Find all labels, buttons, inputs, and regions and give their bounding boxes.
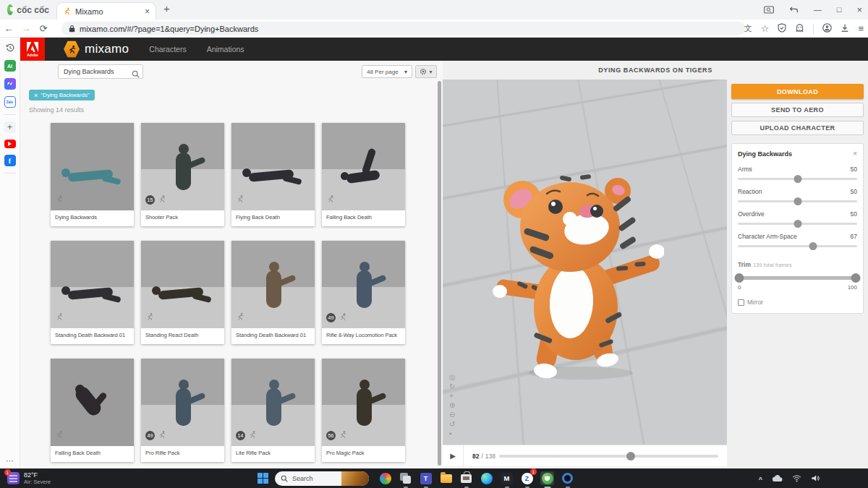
animation-title: Falling Back Death — [322, 210, 405, 226]
youtube-icon[interactable] — [4, 140, 16, 148]
search-filter-chip[interactable]: × "Dying Backwards" — [29, 90, 95, 100]
tray-chevron-icon[interactable]: ^ — [759, 476, 762, 483]
forward-button[interactable]: → — [17, 23, 35, 34]
results-scrollbar[interactable] — [438, 81, 441, 466]
slider-handle[interactable] — [793, 220, 801, 228]
animation-card[interactable]: Flying Back Death — [231, 123, 315, 226]
send-to-aero-button[interactable]: SEND TO AERO — [731, 103, 864, 117]
animation-search-field[interactable] — [58, 64, 143, 79]
adobe-logo[interactable]: Adobe — [20, 38, 45, 61]
animation-card[interactable]: 56 Pro Magic Pack — [322, 359, 405, 462]
animation-card[interactable]: 14 Lite Rifle Pack — [231, 359, 315, 462]
animation-card[interactable]: Falling Back Death — [51, 359, 134, 462]
play-button[interactable]: ▶ — [443, 445, 464, 467]
translate-icon[interactable]: 文 — [744, 23, 752, 34]
taskbar-app-taskview[interactable] — [399, 471, 412, 485]
download-button[interactable]: DOWNLOAD — [731, 84, 864, 99]
slider-track[interactable] — [738, 178, 857, 180]
address-bar[interactable]: mixamo.com/#/?page=1&query=Dying+Backwar… — [61, 22, 745, 35]
current-frame: 82 — [472, 453, 479, 460]
nav-item[interactable]: Characters — [149, 45, 186, 53]
tab-close-icon[interactable]: × — [145, 7, 150, 17]
slider-track[interactable] — [738, 223, 857, 225]
reload-button[interactable]: ⟳ — [35, 23, 52, 34]
onedrive-cloud-icon[interactable] — [772, 474, 783, 482]
shield-icon[interactable] — [778, 22, 786, 35]
viewport-control-icon[interactable]: + — [449, 392, 456, 400]
menu-icon[interactable]: ≡ — [858, 23, 864, 34]
taskbar-app-explorer[interactable] — [439, 471, 453, 485]
browser-tab[interactable]: Mixamo × — [56, 2, 156, 20]
screen-search-icon[interactable] — [764, 6, 774, 14]
per-page-select[interactable]: 48 Per page ▾ — [362, 65, 412, 78]
messenger-icon[interactable] — [4, 78, 16, 90]
window-minimize-button[interactable]: — — [814, 6, 822, 14]
facebook-icon[interactable]: f — [4, 155, 16, 166]
animation-card[interactable]: 15 Shooter Pack — [141, 123, 224, 226]
taskbar-app-store[interactable] — [459, 471, 473, 485]
start-button[interactable] — [258, 473, 268, 484]
settings-gear-button[interactable]: ▾ — [415, 65, 437, 78]
animation-card[interactable]: Standing Death Backward 01 — [231, 241, 315, 344]
animation-card[interactable]: 49 Pro Rifle Pack — [141, 359, 224, 462]
slider-track[interactable] — [738, 245, 857, 247]
taskbar-app-edge[interactable] — [480, 471, 493, 485]
taskbar-app-coccoc[interactable] — [540, 471, 554, 485]
download-icon[interactable] — [841, 22, 849, 35]
zalo-sidebar-icon[interactable]: Zalo — [4, 96, 16, 108]
history-icon[interactable] — [4, 42, 16, 53]
animation-card[interactable]: 49 Rifle 8-Way Locomotion Pack — [322, 241, 405, 344]
window-close-button[interactable]: × — [856, 5, 862, 14]
back-button[interactable]: ← — [0, 23, 17, 34]
animation-card[interactable]: Standing React Death — [141, 241, 224, 344]
taskbar-app-office[interactable] — [378, 471, 392, 485]
wifi-icon[interactable] — [792, 474, 801, 482]
timeline-slider[interactable] — [499, 455, 718, 458]
slider-track[interactable] — [738, 200, 857, 202]
trim-end-handle[interactable] — [851, 273, 861, 283]
viewport-3d[interactable]: ◎ ↻ + ⊕ ⊖ ↺ ▪ — [443, 80, 727, 445]
add-app-button[interactable]: + — [4, 121, 16, 133]
mixamo-logo-icon[interactable] — [64, 40, 80, 58]
taskbar-app-m[interactable]: M — [500, 471, 514, 485]
mixamo-logo-text[interactable]: mixamo — [85, 42, 129, 56]
windows-taskbar: 1 82°F Air: Severe Search T M Z1 — [0, 468, 868, 488]
viewport-control-icon[interactable]: ↺ — [449, 420, 456, 428]
new-tab-button[interactable]: + — [163, 2, 170, 14]
viewport-control-icon[interactable]: ⊕ — [449, 401, 456, 409]
taskbar-app-zalo[interactable]: Z1 — [520, 471, 534, 485]
taskbar-search[interactable]: Search — [275, 471, 369, 486]
tiger-character[interactable] — [490, 163, 664, 380]
viewport-control-icon[interactable]: ⊖ — [449, 411, 456, 419]
timeline-handle[interactable] — [626, 452, 635, 461]
upload-character-button[interactable]: UPLOAD CHARACTER — [731, 121, 864, 135]
animation-card[interactable]: Standing Death Backward 01 — [51, 241, 134, 344]
weather-widget[interactable]: 1 82°F Air: Severe — [7, 471, 51, 485]
return-arrow-icon[interactable] — [789, 6, 799, 14]
search-input[interactable] — [59, 65, 142, 78]
slider-handle[interactable] — [793, 197, 801, 205]
window-maximize-button[interactable]: □ — [837, 6, 842, 14]
trim-slider-track[interactable] — [738, 276, 857, 280]
slider-handle[interactable] — [793, 175, 801, 183]
taskbar-app-teams[interactable]: T — [419, 471, 433, 485]
sidebar-more-button[interactable]: ⋯ — [0, 456, 20, 466]
viewport-control-icon[interactable]: ↻ — [449, 382, 456, 390]
volume-icon[interactable] — [811, 474, 820, 482]
trim-start-handle[interactable] — [734, 273, 744, 283]
mirror-checkbox[interactable] — [738, 299, 744, 306]
coccoc-brand[interactable]: cốc cốc — [0, 4, 49, 15]
close-icon[interactable]: × — [853, 150, 857, 158]
viewport-control-icon[interactable]: ▪ — [449, 429, 456, 437]
chip-close-icon[interactable]: × — [34, 92, 38, 99]
animation-card[interactable]: Dying Backwards — [51, 123, 134, 226]
viewport-control-icon[interactable]: ◎ — [449, 373, 456, 381]
animation-card[interactable]: Falling Back Death — [322, 123, 405, 226]
taskbar-app-ring[interactable] — [561, 471, 574, 485]
slider-handle[interactable] — [809, 242, 817, 250]
profile-icon[interactable] — [822, 22, 832, 35]
ai-chat-icon[interactable]: AI — [4, 60, 16, 72]
nav-item[interactable]: Animations — [207, 45, 244, 53]
extension-icon[interactable] — [795, 22, 804, 35]
bookmark-star-icon[interactable]: ☆ — [761, 23, 770, 34]
